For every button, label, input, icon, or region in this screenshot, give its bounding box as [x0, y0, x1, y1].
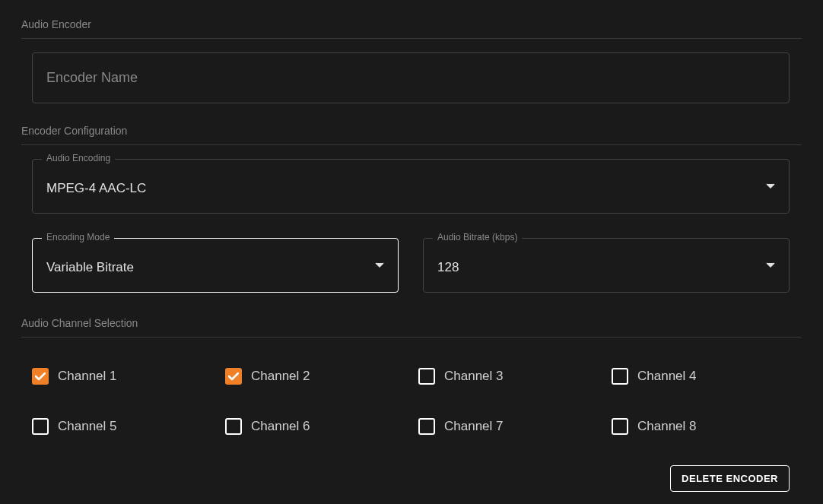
channel-checkbox-6[interactable] [225, 418, 242, 435]
channel-checkbox-3[interactable] [418, 368, 435, 385]
channel-label: Channel 3 [444, 369, 504, 384]
section-header-audio-encoder: Audio Encoder [21, 18, 802, 39]
channel-checkbox-row-8[interactable]: Channel 8 [612, 418, 790, 435]
encoding-mode-label: Encoding Mode [42, 232, 114, 242]
channels-grid: Channel 1Channel 2Channel 3Channel 4Chan… [32, 351, 790, 435]
channel-checkbox-row-4[interactable]: Channel 4 [612, 368, 790, 385]
audio-encoding-label: Audio Encoding [42, 153, 115, 163]
channel-checkbox-4[interactable] [612, 368, 628, 385]
audio-bitrate-label: Audio Bitrate (kbps) [433, 232, 522, 242]
chevron-down-icon [375, 258, 384, 271]
channel-checkbox-row-6[interactable]: Channel 6 [225, 418, 403, 435]
channel-checkbox-5[interactable] [32, 418, 49, 435]
audio-encoding-select[interactable]: Audio Encoding MPEG-4 AAC-LC [32, 159, 790, 214]
channel-checkbox-row-2[interactable]: Channel 2 [225, 368, 403, 385]
audio-encoding-value: MPEG-4 AAC-LC [46, 175, 146, 196]
channel-checkbox-row-5[interactable]: Channel 5 [32, 418, 210, 435]
section-header-encoder-config: Encoder Configuration [21, 125, 802, 145]
action-row: DELETE ENCODER [21, 465, 790, 492]
channel-checkbox-row-7[interactable]: Channel 7 [418, 418, 596, 435]
channel-label: Channel 4 [637, 369, 697, 384]
channel-checkbox-1[interactable] [32, 368, 49, 385]
channel-checkbox-row-1[interactable]: Channel 1 [32, 368, 210, 385]
channel-label: Channel 8 [637, 419, 697, 434]
delete-encoder-button[interactable]: DELETE ENCODER [670, 465, 790, 492]
audio-bitrate-select[interactable]: Audio Bitrate (kbps) 128 [423, 238, 790, 293]
encoder-name-input[interactable] [32, 52, 790, 103]
encoding-mode-value: Variable Bitrate [46, 254, 134, 275]
channel-checkbox-7[interactable] [418, 418, 435, 435]
channel-checkbox-2[interactable] [225, 368, 242, 385]
channel-label: Channel 7 [444, 419, 504, 434]
audio-bitrate-value: 128 [437, 254, 459, 275]
channel-label: Channel 2 [251, 369, 310, 384]
encoding-mode-select[interactable]: Encoding Mode Variable Bitrate [32, 238, 399, 293]
section-header-channel-selection: Audio Channel Selection [21, 317, 802, 338]
channel-checkbox-8[interactable] [612, 418, 628, 435]
chevron-down-icon [766, 258, 775, 271]
channel-label: Channel 1 [58, 369, 117, 384]
channel-label: Channel 6 [251, 419, 310, 434]
chevron-down-icon [766, 179, 775, 192]
channel-checkbox-row-3[interactable]: Channel 3 [418, 368, 596, 385]
channel-label: Channel 5 [58, 419, 117, 434]
